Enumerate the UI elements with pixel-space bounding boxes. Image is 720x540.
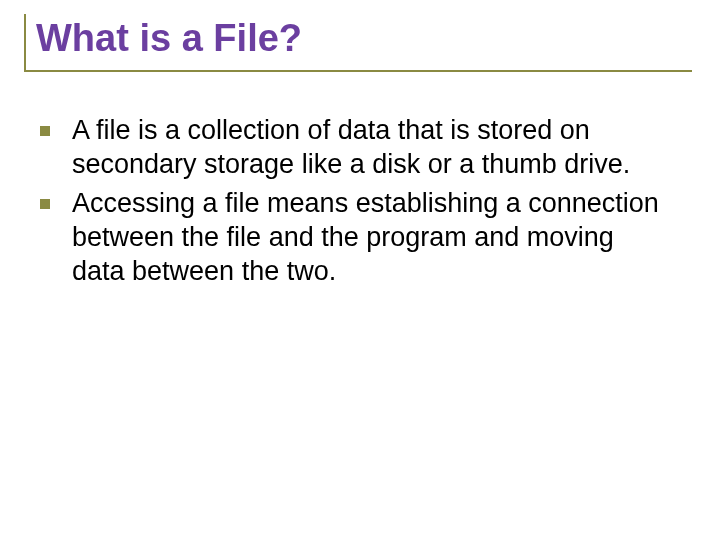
bullet-text: Accessing a file means establishing a co…: [72, 187, 666, 288]
slide-title: What is a File?: [36, 18, 692, 60]
bullet-text: A file is a collection of data that is s…: [72, 114, 666, 182]
list-item: Accessing a file means establishing a co…: [40, 187, 666, 288]
slide-body: A file is a collection of data that is s…: [24, 114, 696, 289]
bullet-icon: [40, 126, 50, 136]
bullet-icon: [40, 199, 50, 209]
title-container: What is a File?: [24, 14, 692, 72]
slide: What is a File? A file is a collection o…: [0, 0, 720, 540]
list-item: A file is a collection of data that is s…: [40, 114, 666, 182]
